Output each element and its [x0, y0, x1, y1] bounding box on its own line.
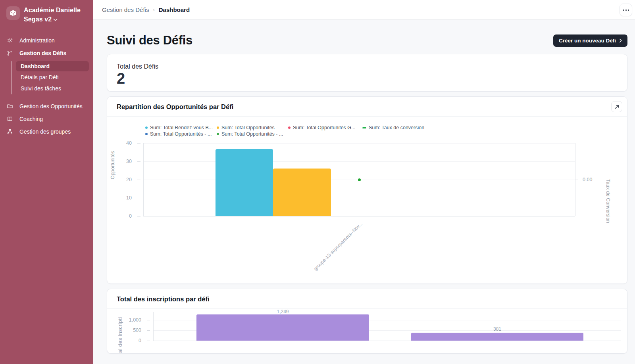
bar-total-opportunites[interactable]	[273, 169, 331, 216]
y-axis-line	[143, 143, 144, 216]
total-defis-card: Total des Défis 2	[107, 54, 627, 92]
top-bar: Gestion des Défis › Dashboard	[93, 0, 635, 20]
legend-item[interactable]: Sum: Total Rendez-vous B...	[145, 125, 213, 130]
y-tick: 0	[118, 213, 132, 219]
legend-item[interactable]: Sum: Taux de conversion	[362, 125, 424, 130]
create-defi-label: Créer un nouveau Défi	[559, 38, 616, 44]
gridline	[143, 161, 575, 162]
bar-value-label: 1,249	[196, 309, 369, 314]
ellipsis-menu-button[interactable]	[620, 4, 632, 16]
title-row: Suivi des Défis Créer un nouveau Défi	[107, 33, 627, 48]
tick-mark	[137, 161, 140, 162]
legend-marker	[145, 133, 148, 135]
sidebar-item-label: Gestion des Défis	[19, 50, 66, 56]
breadcrumb-parent[interactable]: Gestion des Défis	[102, 6, 149, 13]
bar-value-label: 381	[411, 326, 583, 332]
submenu-tree-line	[11, 61, 12, 94]
chevron-right-icon: ›	[153, 7, 154, 13]
chevron-right-icon	[619, 38, 622, 43]
legend-marker	[145, 126, 148, 129]
legend-item[interactable]: Sum: Total Opportunités - ...	[217, 131, 283, 137]
legend-label: Sum: Taux de conversion	[369, 125, 424, 130]
y2-axis-title: Taux de Conversion	[605, 179, 611, 223]
chevron-down-icon	[53, 18, 58, 21]
sidebar-item-label: Coaching	[19, 116, 43, 122]
sidebar-item-gestion-des-opportunites[interactable]: Gestion des Opportunités	[0, 100, 93, 113]
chart-title: Total des inscriptions par défi	[117, 295, 618, 303]
inscriptions-chart-card: Total des inscriptions par défi al des i…	[107, 289, 627, 354]
legend-label: Sum: Total Opportunités	[221, 125, 275, 130]
y-tick: 30	[118, 159, 132, 164]
ellipsis-icon	[623, 10, 629, 11]
bar-inscriptions-1[interactable]	[196, 314, 369, 341]
legend-item[interactable]: Sum: Total Opportunités - ...	[145, 131, 212, 137]
legend-label: Sum: Total Opportunités - ...	[150, 131, 212, 137]
book-icon	[6, 116, 13, 122]
gridline	[143, 143, 575, 144]
y-tick: 20	[118, 177, 132, 182]
gear-icon	[6, 37, 13, 44]
sidebar-item-label: Gestion des groupes	[19, 128, 71, 135]
chart-area[interactable]: Sum: Total Rendez-vous B... Sum: Total O…	[107, 117, 627, 284]
tick-mark	[147, 341, 150, 341]
sidebar-nav: Administration Gestion des Défis Dashboa…	[0, 34, 93, 138]
legend-label: Sum: Total Opportunités G...	[293, 125, 355, 130]
branch-icon	[6, 50, 13, 56]
y-tick: 40	[118, 140, 132, 146]
y-tick: 10	[118, 195, 132, 201]
chart-area[interactable]: al des inscripti 1,000 500 0 1,249 381	[107, 309, 627, 353]
legend-marker	[288, 126, 291, 129]
chart-card-header: Repartition des Opportunités par Défi	[107, 97, 627, 117]
tick-mark	[137, 180, 140, 180]
sidebar-subitem-dashboard[interactable]: Dashboard	[16, 61, 89, 71]
y-tick: 1,000	[123, 317, 141, 323]
expand-chart-button[interactable]	[611, 101, 622, 112]
taux-conversion-point[interactable]	[358, 178, 361, 181]
opportunites-chart-card: Repartition des Opportunités par Défi Su…	[107, 96, 627, 284]
y2-tick: 0.00	[583, 177, 598, 182]
y-axis-title: al des inscripti	[117, 311, 123, 354]
x-tick-label: groupe-13-superparents--Nov...	[298, 221, 363, 286]
y-tick: 500	[123, 328, 141, 333]
sidebar-item-administration[interactable]: Administration	[0, 34, 93, 47]
sidebar-item-coaching[interactable]: Coaching	[0, 113, 93, 125]
sidebar-subitem-suivi-des-taches[interactable]: Suivi des tâches	[16, 83, 89, 94]
sidebar-submenu: Dashboard Détails par Défi Suivi des tâc…	[0, 59, 93, 97]
y-axis-line	[153, 312, 154, 341]
tick-mark	[137, 143, 140, 144]
sidebar-item-gestion-des-groupes[interactable]: Gestion des groupes	[0, 125, 93, 138]
sidebar: Académie Danielle Segas v2 Administratio…	[0, 0, 93, 364]
org-chart-icon	[6, 128, 13, 135]
y-tick: 0	[123, 338, 141, 343]
sidebar-item-label: Administration	[19, 37, 55, 44]
gridline	[143, 198, 575, 198]
x-axis-line	[143, 216, 575, 216]
breadcrumb-current: Dashboard	[159, 6, 190, 13]
arrow-up-right-icon	[614, 104, 620, 109]
tick-mark	[575, 180, 578, 180]
chart-card-header: Total des inscriptions par défi	[107, 289, 627, 309]
tick-mark	[147, 330, 150, 331]
tick-mark	[137, 216, 140, 216]
main-area: Gestion des Défis › Dashboard Suivi des …	[93, 0, 635, 364]
legend-item[interactable]: Sum: Total Opportunités G...	[288, 125, 355, 130]
brand[interactable]: Académie Danielle Segas v2	[0, 0, 93, 24]
sidebar-item-label: Gestion des Opportunités	[19, 103, 83, 109]
chart-title: Repartition des Opportunités par Défi	[117, 103, 618, 111]
bar-inscriptions-2[interactable]	[411, 333, 583, 341]
legend-label: Sum: Total Opportunités - ...	[221, 131, 283, 137]
bar-rendez-vous[interactable]	[216, 149, 273, 216]
page-content: Suivi des Défis Créer un nouveau Défi To…	[93, 20, 635, 354]
legend-marker	[362, 127, 366, 128]
legend-item[interactable]: Sum: Total Opportunités	[217, 125, 275, 130]
tick-mark	[137, 198, 140, 198]
tick-mark	[147, 320, 150, 320]
legend-marker	[217, 126, 219, 129]
legend-label: Sum: Total Rendez-vous B...	[150, 125, 213, 130]
stat-value: 2	[117, 70, 618, 88]
create-defi-button[interactable]: Créer un nouveau Défi	[553, 34, 627, 47]
stat-label: Total des Défis	[117, 63, 618, 70]
sidebar-item-gestion-des-defis[interactable]: Gestion des Défis	[0, 47, 93, 59]
y-axis-title: Opportunités	[110, 151, 115, 179]
sidebar-subitem-details-par-defi[interactable]: Détails par Défi	[16, 72, 89, 82]
